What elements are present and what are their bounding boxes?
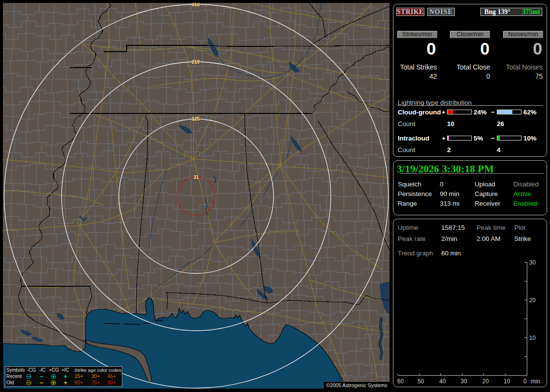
svg-text:45+: 45+ bbox=[107, 373, 116, 379]
svg-text:min: min bbox=[531, 378, 540, 385]
svg-text:75+: 75+ bbox=[91, 379, 100, 385]
svg-text:30: 30 bbox=[529, 259, 536, 266]
svg-text:313: 313 bbox=[192, 3, 200, 7]
svg-text:+: + bbox=[64, 373, 67, 380]
svg-text:−: − bbox=[40, 373, 43, 380]
svg-text:-IC: -IC bbox=[39, 367, 45, 373]
svg-text:20: 20 bbox=[482, 378, 489, 385]
svg-text:−: − bbox=[40, 379, 43, 386]
svg-text:30+: 30+ bbox=[91, 373, 100, 379]
svg-text:219: 219 bbox=[192, 59, 200, 65]
svg-text:60+: 60+ bbox=[74, 379, 83, 385]
svg-text:125: 125 bbox=[192, 116, 200, 122]
svg-text:40: 40 bbox=[439, 378, 446, 385]
svg-text:Old: Old bbox=[6, 380, 14, 385]
svg-text:Symbols: Symbols bbox=[6, 367, 25, 373]
svg-text:20: 20 bbox=[529, 297, 536, 304]
svg-text:-CG: -CG bbox=[27, 367, 36, 373]
svg-text:50: 50 bbox=[418, 378, 424, 385]
svg-text:Strike age color codes: Strike age color codes bbox=[74, 367, 121, 373]
svg-text:+IC: +IC bbox=[61, 367, 69, 373]
svg-text:+CG: +CG bbox=[49, 367, 59, 373]
svg-text:+: + bbox=[64, 379, 67, 386]
svg-text:15+: 15+ bbox=[74, 373, 83, 379]
svg-text:90+: 90+ bbox=[107, 379, 116, 385]
svg-text:30: 30 bbox=[461, 378, 467, 385]
svg-text:60: 60 bbox=[397, 378, 404, 385]
svg-text:Recent: Recent bbox=[6, 374, 22, 379]
svg-text:10: 10 bbox=[504, 378, 510, 385]
svg-text:0: 0 bbox=[523, 378, 527, 385]
svg-text:31: 31 bbox=[193, 175, 199, 180]
svg-text:10: 10 bbox=[529, 335, 536, 341]
